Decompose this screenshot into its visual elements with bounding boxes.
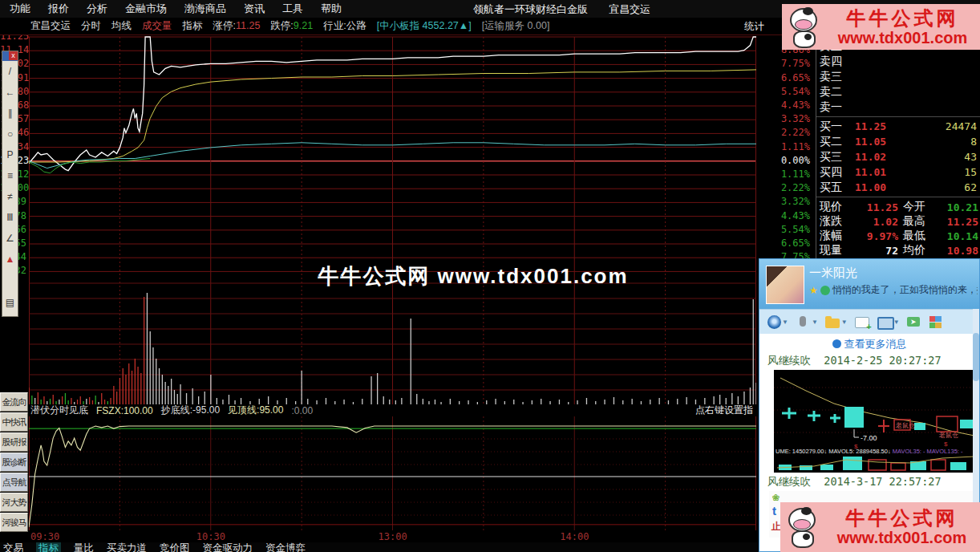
pct-axis-label: 4.43%	[759, 99, 810, 111]
voice-call-button[interactable]: ▼	[796, 315, 818, 329]
tab-成交量[interactable]: 成交量	[142, 19, 172, 33]
sidebar-item-股诊断[interactable]: 股诊断	[0, 453, 28, 472]
pct-axis-label: 2.22%	[759, 182, 810, 193]
divider	[816, 197, 980, 197]
drawing-toolbar-titlebar: x	[2, 51, 18, 61]
ad-site-name: 牛牛公式网	[825, 8, 980, 29]
menu-item-工具[interactable]: 工具	[282, 2, 303, 16]
price-label-icon[interactable]: P	[2, 144, 18, 165]
sidebar-item-股研报[interactable]: 股研报	[0, 432, 28, 452]
line-list-icon[interactable]: ▤	[2, 292, 18, 313]
bottom-tab-交易[interactable]: 交易	[3, 542, 23, 552]
tab-均线[interactable]: 均线	[111, 19, 132, 33]
time-label: 09:30	[30, 531, 59, 542]
new-message-button[interactable]	[855, 315, 870, 329]
qq-toolbar: ▼ ▼ ▼ ▼ ➤	[759, 309, 979, 334]
ask-row[interactable]: 卖三	[820, 69, 977, 84]
bid-row[interactable]: 买三11.0243	[820, 149, 977, 164]
video-call-button[interactable]: ▼	[767, 315, 788, 329]
kline-mini-chart: -7.00 老鼠仓 老鼠仓 $ $ UME: 1450279.00↓ MAVOL…	[774, 370, 976, 473]
message-time: 2014-3-17 22:57:27	[824, 475, 941, 488]
vertical-lines-icon[interactable]: Ⅲ	[2, 207, 18, 228]
chevron-down-icon: ▼	[893, 319, 900, 326]
time-label: 14:00	[560, 531, 589, 542]
tab-指标[interactable]: 指标	[183, 19, 203, 33]
share-button[interactable]: ➤	[907, 315, 922, 329]
stock-name: 宜昌交运	[30, 19, 71, 33]
bottom-tab-买卖力道[interactable]: 买卖力道	[107, 542, 147, 552]
ask-row[interactable]: 卖四	[820, 54, 977, 69]
sidebar-item-点导航[interactable]: 点导航	[0, 473, 28, 492]
arrow-line-icon[interactable]: ←	[2, 82, 18, 103]
bid-row[interactable]: 买一11.2524474	[820, 119, 977, 134]
tab-分时[interactable]: 分时	[81, 19, 101, 33]
chat-image-fragment: t	[772, 504, 776, 518]
mouse-position-label-2: 老鼠仓	[938, 432, 958, 439]
arrow-marker-icon[interactable]: ▲	[2, 249, 18, 270]
cow-mascot-icon	[780, 505, 824, 550]
horizontal-lines-icon[interactable]: ≡	[2, 165, 18, 186]
ad-banner-bottom[interactable]: 牛牛公式网 www.tdx001.com	[780, 502, 980, 552]
bid-row[interactable]: 买五11.0062	[820, 180, 977, 195]
microphone-icon	[800, 316, 806, 327]
bottom-tab-资金驱动力[interactable]: 资金驱动力	[203, 542, 253, 552]
app-grid-icon	[929, 316, 942, 328]
pct-axis-label: 7.75%	[759, 58, 810, 69]
chat-image-kline-chart[interactable]: -7.00 老鼠仓 老鼠仓 $ $ UME: 1450279.00↓ MAVOL…	[774, 370, 976, 473]
volume-readout: UME: 1450279.00↓ MAVOL5: 2889458.50↓	[775, 448, 893, 455]
sidebar-item-金流向[interactable]: 金流向	[0, 392, 28, 412]
stats-button[interactable]: 统计	[744, 20, 764, 34]
close-icon[interactable]: x	[9, 51, 18, 60]
limit-down: 跌停:9.21	[270, 19, 313, 33]
menu-item-分析[interactable]: 分析	[87, 2, 107, 16]
quote-info-row: 涨跌1.02最高11.25	[820, 214, 978, 229]
golden-section-icon[interactable]: ≠	[2, 186, 18, 207]
window-title: 领航者一环球财经白金版宜昌交运	[473, 2, 671, 17]
bottom-tab-竞价图[interactable]: 竞价图	[160, 542, 190, 552]
qq-level-icon	[820, 286, 830, 295]
menu-item-渤海商品[interactable]: 渤海商品	[184, 2, 226, 16]
chevron-down-icon: ▼	[782, 319, 788, 326]
pct-axis-label: 6.65%	[759, 72, 810, 83]
sector-tag[interactable]: [运输服务 0.00]	[482, 19, 550, 33]
ask-row[interactable]: 卖一	[820, 99, 977, 115]
stock-title: 宜昌交运	[609, 3, 650, 15]
parallel-lines-icon[interactable]: ∥	[2, 103, 18, 124]
menu-item-资讯[interactable]: 资讯	[244, 2, 265, 16]
sidebar-item-河骏马[interactable]: 河骏马	[0, 513, 28, 532]
bottom-tab-量比[interactable]: 量比	[74, 542, 94, 552]
menu-item-帮助[interactable]: 帮助	[321, 2, 342, 16]
ad-banner-top[interactable]: 牛牛公式网 www.tdx001.com	[782, 4, 980, 50]
indicator-param-extra: :0.00	[291, 405, 313, 416]
pct-axis-label: 5.54%	[759, 86, 810, 97]
pct-axis-label: 5.54%	[759, 224, 810, 235]
index-tag[interactable]: [中小板指 4552.27▲]	[377, 19, 472, 33]
ask-row[interactable]: 卖二	[820, 84, 977, 99]
time-axis: 09:3010:3013:0014:00	[0, 531, 756, 542]
share-arrow-icon: ➤	[907, 317, 920, 327]
avatar[interactable]	[766, 266, 804, 304]
qq-contact-name: 一米阳光	[809, 266, 857, 281]
quote-info-row: 现量72均价10.98	[820, 243, 978, 258]
bottom-tab-资金博弈[interactable]: 资金博弈	[265, 542, 306, 552]
menu-item-报价[interactable]: 报价	[48, 2, 69, 16]
apps-button[interactable]	[929, 315, 945, 329]
bid-row[interactable]: 买二11.058	[820, 134, 977, 149]
bottom-tab-指标[interactable]: 指标	[36, 542, 61, 552]
indicator-param-bottomline: 抄底线:-95.00	[161, 404, 220, 417]
sidebar-item-河大势[interactable]: 河大势	[0, 493, 28, 512]
circle-tool-icon[interactable]: ○	[2, 124, 18, 144]
app-title: 领航者一环球财经白金版	[473, 3, 588, 15]
sidebar-item-中快讯[interactable]: 中快讯	[0, 412, 28, 432]
limit-up: 涨停:11.25	[213, 19, 261, 33]
chevron-down-icon: ▼	[841, 319, 848, 326]
trend-line-icon[interactable]: /	[2, 61, 18, 82]
send-file-button[interactable]: ▼	[825, 315, 848, 329]
angle-line-icon[interactable]: ∠	[2, 228, 18, 249]
bid-row[interactable]: 买四11.0115	[820, 164, 977, 180]
indicator-header[interactable]: 潜伏分时见底 FSZX:100.00 抄底线:-95.00 见顶线:95.00 …	[29, 404, 756, 416]
remote-desktop-button[interactable]: ▼	[877, 315, 900, 329]
view-more-messages-link[interactable]: 查看更多消息	[759, 334, 979, 351]
menu-item-功能[interactable]: 功能	[10, 2, 30, 16]
menu-item-金融市场[interactable]: 金融市场	[125, 2, 167, 16]
